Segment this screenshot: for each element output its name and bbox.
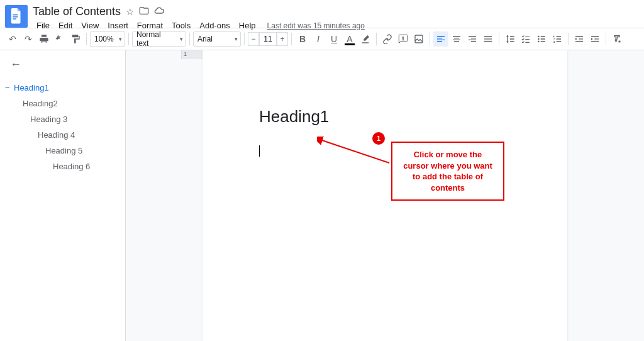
document-page[interactable]: Heading1 1 Click or move the cursor wher… (203, 50, 567, 341)
line-spacing-button[interactable] (502, 31, 518, 47)
outline-panel: ← Heading1 Heading2 Heading 3 Heading 4 … (0, 50, 126, 341)
numbered-list-button[interactable] (550, 31, 565, 47)
underline-button[interactable]: U (326, 31, 341, 47)
separator (189, 33, 190, 45)
move-icon[interactable] (139, 6, 149, 18)
italic-button[interactable]: I (311, 31, 326, 47)
font-size-input[interactable] (259, 32, 277, 46)
increase-indent-button[interactable] (587, 31, 602, 47)
font-size-stepper: − + (248, 32, 288, 46)
svg-line-8 (320, 140, 389, 163)
separator (128, 33, 129, 45)
clear-formatting-button[interactable] (609, 31, 625, 47)
redo-button[interactable]: ↷ (21, 31, 36, 47)
annotation-callout: 1 Click or move the cursor where you wan… (391, 142, 504, 201)
decrease-indent-button[interactable] (572, 31, 587, 47)
page-heading-1[interactable]: Heading1 (259, 107, 511, 126)
svg-rect-1 (13, 16, 18, 18)
separator (568, 33, 569, 45)
separator (430, 33, 430, 45)
menu-help[interactable]: Help (235, 20, 260, 31)
align-justify-button[interactable] (480, 31, 496, 47)
align-right-button[interactable] (465, 31, 480, 47)
print-button[interactable] (36, 31, 52, 47)
menu-view[interactable]: View (77, 20, 103, 31)
bold-button[interactable]: B (295, 31, 310, 47)
svg-rect-4 (415, 35, 423, 43)
spellcheck-button[interactable] (52, 31, 67, 47)
add-comment-button[interactable]: + (396, 31, 411, 47)
style-select[interactable]: Normal text (132, 31, 186, 47)
text-color-button[interactable]: A (342, 31, 357, 47)
menu-edit[interactable]: Edit (55, 20, 76, 31)
font-size-decrease[interactable]: − (248, 32, 259, 46)
outline-item-h4[interactable]: Heading 4 (5, 127, 120, 143)
docs-logo[interactable] (5, 5, 28, 28)
font-size-increase[interactable]: + (277, 32, 288, 46)
separator (86, 33, 87, 45)
svg-rect-2 (13, 18, 16, 20)
menu-bar: File Edit View Insert Format Tools Add-o… (33, 20, 365, 31)
toolbar: ↶ ↷ 100% Normal text Arial − + B I U A + (0, 28, 644, 50)
align-center-button[interactable] (449, 31, 464, 47)
bulleted-list-button[interactable] (534, 31, 549, 47)
title-area: Table of Contents ☆ File Edit View Inser… (33, 5, 365, 31)
outline-item-h5[interactable]: Heading 5 (5, 143, 120, 159)
svg-point-5 (538, 36, 540, 38)
svg-rect-0 (13, 14, 18, 16)
svg-text:+: + (401, 36, 404, 40)
separator (244, 33, 245, 45)
menu-addons[interactable]: Add-ons (196, 20, 233, 31)
ruler-mark: 1 (184, 51, 187, 57)
doc-title[interactable]: Table of Contents (33, 5, 121, 18)
outline-item-h2[interactable]: Heading2 (5, 96, 120, 111)
outline-close-icon[interactable]: ← (10, 58, 120, 71)
align-left-button[interactable] (433, 31, 448, 47)
insert-link-button[interactable] (380, 31, 395, 47)
paint-format-button[interactable] (68, 31, 83, 47)
outline-item-h1[interactable]: Heading1 (5, 80, 120, 96)
star-icon[interactable]: ☆ (126, 6, 134, 18)
undo-button[interactable]: ↶ (5, 31, 20, 47)
separator (376, 33, 377, 45)
annotation-badge: 1 (372, 132, 385, 145)
cloud-status-icon[interactable] (154, 6, 164, 18)
font-select[interactable]: Arial (193, 31, 241, 47)
separator (606, 33, 606, 45)
outline-item-h3[interactable]: Heading 3 (5, 111, 120, 127)
app-header: Table of Contents ☆ File Edit View Inser… (0, 0, 644, 28)
docs-file-icon (10, 8, 23, 25)
document-canvas[interactable]: 1 2 3 4 5 6 7 Heading1 1 Click or move (126, 50, 644, 341)
title-row: Table of Contents ☆ (33, 5, 365, 18)
highlight-button[interactable] (358, 31, 373, 47)
svg-point-7 (538, 41, 540, 43)
separator (499, 33, 499, 45)
annotation-arrow-icon (317, 137, 392, 168)
menu-insert[interactable]: Insert (104, 20, 132, 31)
main-area: ← Heading1 Heading2 Heading 3 Heading 4 … (0, 50, 644, 341)
zoom-select[interactable]: 100% (90, 31, 125, 47)
checklist-button[interactable] (518, 31, 533, 47)
separator (291, 33, 292, 45)
annotation-box: Click or move the cursor where you want … (391, 142, 504, 201)
last-edit-link[interactable]: Last edit was 15 minutes ago (267, 21, 365, 30)
annotation-text: Click or move the cursor where you want … (401, 149, 494, 193)
text-cursor (259, 145, 260, 157)
menu-file[interactable]: File (33, 20, 53, 31)
svg-point-6 (538, 38, 540, 40)
insert-image-button[interactable] (411, 31, 426, 47)
outline-item-h6[interactable]: Heading 6 (5, 159, 120, 174)
